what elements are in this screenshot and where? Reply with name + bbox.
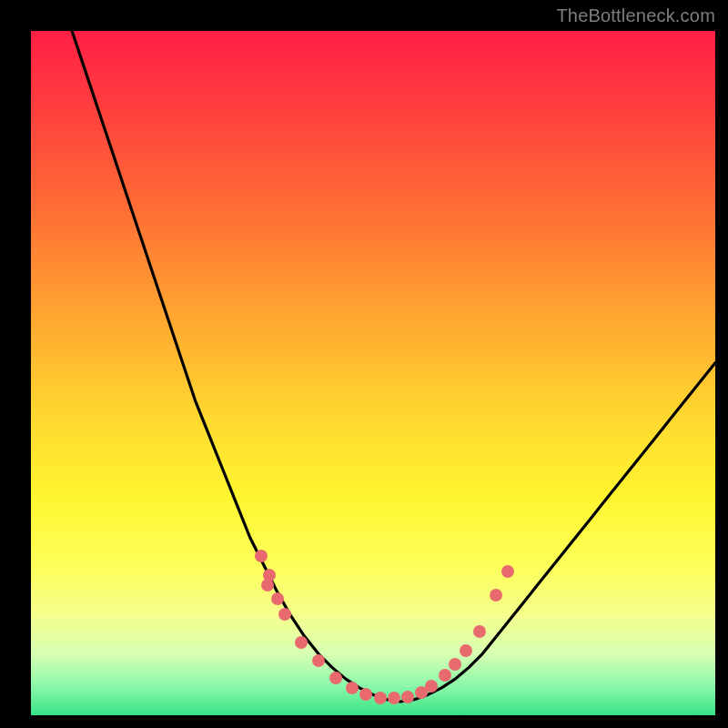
data-point	[425, 680, 438, 693]
data-point	[329, 672, 342, 684]
data-point	[359, 688, 372, 701]
data-point	[449, 658, 461, 671]
data-point	[490, 589, 502, 602]
data-point	[312, 654, 325, 667]
data-point	[501, 565, 514, 578]
data-point	[346, 682, 359, 694]
data-point	[388, 692, 400, 704]
data-point	[261, 579, 274, 592]
dots-layer	[31, 31, 715, 715]
data-point	[278, 608, 291, 621]
chart-frame: TheBottleneck.com	[0, 0, 728, 728]
data-point	[473, 625, 486, 638]
data-point	[374, 692, 387, 704]
data-point	[460, 644, 472, 657]
data-point	[255, 550, 268, 562]
plot-area	[31, 31, 715, 715]
watermark-text: TheBottleneck.com	[556, 5, 715, 26]
data-point	[439, 669, 451, 682]
data-point	[271, 592, 284, 605]
data-point	[295, 636, 308, 649]
data-point	[401, 691, 414, 703]
